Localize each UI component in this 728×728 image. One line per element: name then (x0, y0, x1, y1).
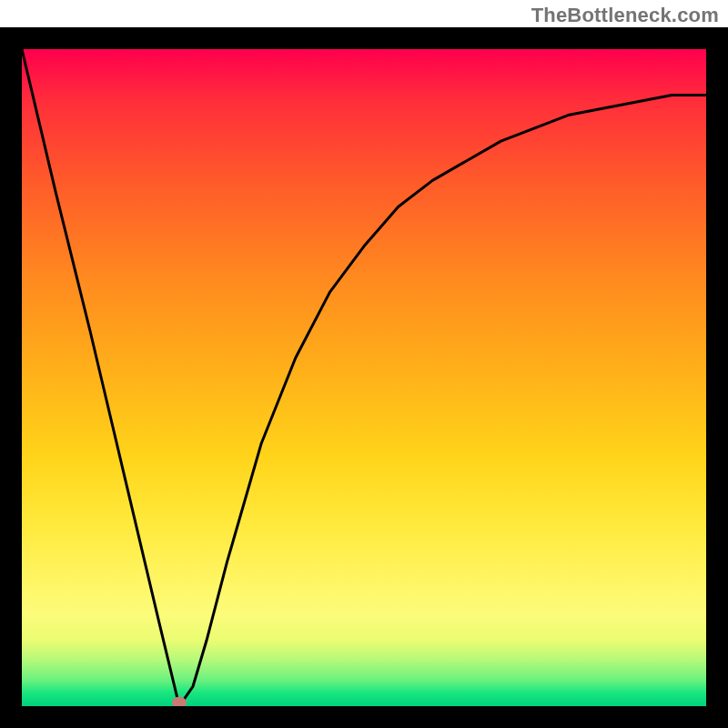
plot-area (22, 49, 706, 706)
minimum-marker-icon (172, 697, 187, 707)
watermark-text: TheBottleneck.com (531, 4, 719, 27)
bottleneck-curve (22, 49, 706, 706)
chart-stage: TheBottleneck.com (0, 0, 728, 728)
